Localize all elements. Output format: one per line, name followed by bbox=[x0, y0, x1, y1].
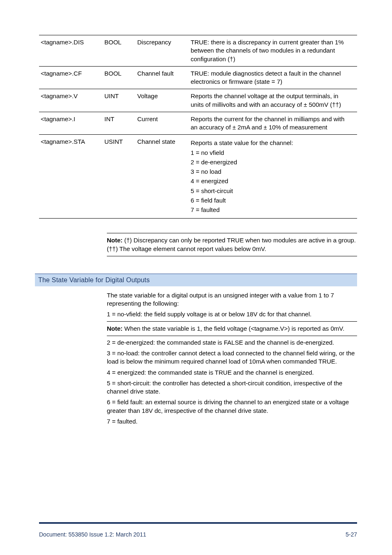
variable-table: <tagname>.DIS BOOL Discrepancy TRUE: the… bbox=[39, 35, 357, 219]
note-text: (†) Discrepancy can only be reported TRU… bbox=[107, 237, 356, 252]
cell-type: UINT bbox=[103, 89, 136, 112]
paragraph: 3 = no-load: the controller cannot detec… bbox=[107, 349, 357, 366]
state-lead: Reports a state value for the channel: bbox=[191, 139, 353, 147]
state-item: 2 = de-energized bbox=[191, 158, 353, 166]
cell-tag: <tagname>.DIS bbox=[39, 35, 103, 67]
cell-desc: Reports a state value for the channel: 1… bbox=[189, 135, 357, 219]
body-text: The state variable for a digital output … bbox=[107, 291, 357, 426]
note-label: Note: bbox=[107, 237, 122, 244]
section-heading: The State Variable for Digital Outputs bbox=[35, 274, 357, 286]
cell-name: Voltage bbox=[136, 89, 189, 112]
paragraph: 5 = short-circuit: the controller has de… bbox=[107, 379, 357, 396]
cell-desc: Reports the current for the channel in m… bbox=[189, 112, 357, 135]
state-item: 4 = energized bbox=[191, 177, 353, 185]
state-item: 1 = no vfield bbox=[191, 149, 353, 157]
paragraph: The state variable for a digital output … bbox=[107, 291, 357, 308]
cell-tag: <tagname>.STA bbox=[39, 135, 103, 219]
cell-desc: TRUE: there is a discrepancy in current … bbox=[189, 35, 357, 67]
cell-desc: TRUE: module diagnostics detect a fault … bbox=[189, 66, 357, 89]
cell-tag: <tagname>.I bbox=[39, 112, 103, 135]
footer-doc-info: Document: 553850 Issue 1.2: March 2011 bbox=[39, 531, 146, 538]
note-text: When the state variable is 1, the field … bbox=[122, 325, 344, 332]
paragraph: 2 = de-energized: the commanded state is… bbox=[107, 339, 357, 347]
cell-desc: Reports the channel voltage at the outpu… bbox=[189, 89, 357, 112]
state-item: 5 = short-circuit bbox=[191, 187, 353, 195]
footer-rule bbox=[39, 522, 357, 524]
paragraph: 7 = faulted. bbox=[107, 417, 357, 426]
cell-tag: <tagname>.CF bbox=[39, 66, 103, 89]
cell-type: USINT bbox=[103, 135, 136, 219]
cell-type: BOOL bbox=[103, 66, 136, 89]
cell-name: Current bbox=[136, 112, 189, 135]
paragraph: 1 = no-vfield: the field supply voltage … bbox=[107, 310, 357, 318]
state-item: 7 = faulted bbox=[191, 206, 353, 214]
note-label: Note: bbox=[107, 325, 122, 332]
note-block: Note: (†) Discrepancy can only be report… bbox=[107, 233, 357, 256]
page-footer: Document: 553850 Issue 1.2: March 2011 5… bbox=[39, 531, 357, 538]
cell-name: Channel state bbox=[136, 135, 189, 219]
footer-page-number: 5-27 bbox=[346, 531, 357, 538]
cell-name: Channel fault bbox=[136, 66, 189, 89]
cell-name: Discrepancy bbox=[136, 35, 189, 67]
cell-type: INT bbox=[103, 112, 136, 135]
note-block: Note: When the state variable is 1, the … bbox=[107, 321, 357, 336]
cell-tag: <tagname>.V bbox=[39, 89, 103, 112]
paragraph: 6 = field fault: an external source is d… bbox=[107, 398, 357, 415]
state-item: 3 = no load bbox=[191, 168, 353, 176]
state-item: 6 = field fault bbox=[191, 196, 353, 205]
cell-type: BOOL bbox=[103, 35, 136, 67]
paragraph: 4 = energized: the commanded state is TR… bbox=[107, 368, 357, 377]
